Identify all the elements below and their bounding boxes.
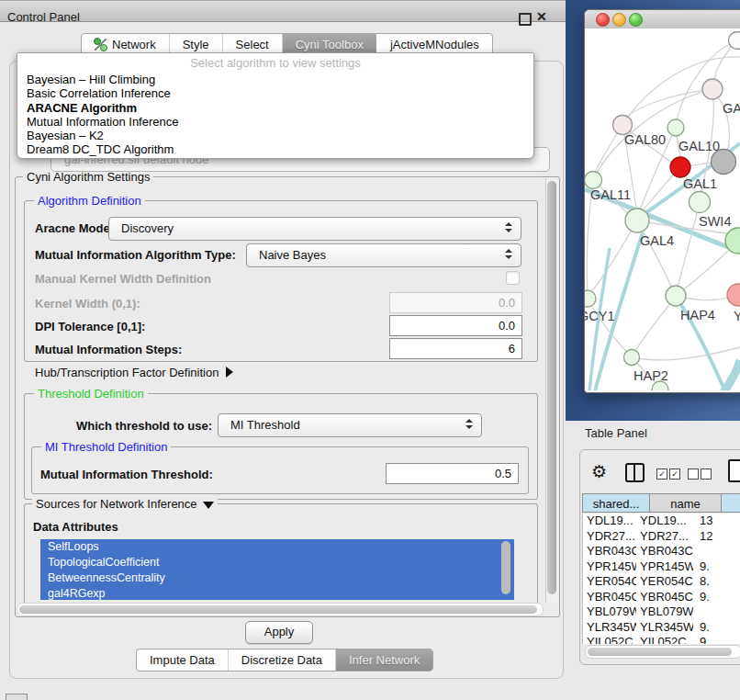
network-node-gal4[interactable] [625,209,649,232]
column-browser-icon[interactable] [625,463,645,482]
bottom-tab-infer-network[interactable]: Infer Network [335,649,432,671]
close-panel-icon[interactable] [536,9,547,24]
node-label-gal10: GAL10 [678,139,720,153]
algorithm-option-basic-correlation-inference[interactable]: Basic Correlation Inference [17,86,533,100]
aracne-mode-select[interactable]: Discovery [108,217,521,241]
algorithm-dropdown: Select algorithm to view settings Bayesi… [17,52,534,159]
zoom-traffic-light[interactable] [629,13,643,27]
data-attribute-topologicalcoefficient[interactable]: TopologicalCoefficient [40,555,514,570]
algorithm-option-bayesian-k2[interactable]: Bayesian – K2 [17,129,533,142]
dpi-tolerance-field[interactable]: 0.0 [389,315,522,336]
bottom-tab-discretize-data[interactable]: Discretize Data [228,649,335,671]
settings-hscrollbar-thumb[interactable] [19,605,537,614]
table-row-3[interactable]: YPR145WYPR145W9. [583,559,740,575]
algorithm-option-aracne-algorithm[interactable]: ARACNE Algorithm [17,101,533,115]
network-node-gal1[interactable] [690,192,711,213]
data-attributes-list[interactable]: SelfLoopsTopologicalCoefficientBetweenne… [40,539,514,600]
data-attribute-gal4rgexp[interactable]: gal4RGexp [40,586,514,600]
settings-scrollbar-thumb[interactable] [547,181,556,594]
settings-scrollbar-track[interactable] [545,178,558,603]
data-attribute-betweennesscentrality[interactable]: BetweennessCentrality [40,570,514,586]
algorithm-option-mutual-information-inference[interactable]: Mutual Information Inference [17,115,533,129]
table-row-5[interactable]: YBR045CYBR045C9. [583,590,740,605]
table-row-8[interactable]: YIL052CYIL052C9 [583,635,740,644]
network-node-y[interactable] [727,284,740,306]
algorithm-option-bayesian-hill-climbing[interactable]: Bayesian – Hill Climbing [17,73,533,86]
which-threshold-label: Which threshold to use: [76,419,212,433]
panel-title: Control Panel [7,10,80,24]
network-node-hap4[interactable] [666,286,686,306]
data-attribute-selfloops[interactable]: SelfLoops [40,539,514,555]
node-label-gal80: GAL80 [624,132,666,147]
kernel-width-field[interactable]: 0.0 [389,292,522,313]
network-node-swi4[interactable] [725,228,740,254]
table-row-7[interactable]: YLR345WYLR345W9. [583,620,740,636]
apply-button[interactable]: Apply [245,621,313,644]
table-hscrollbar-track[interactable] [585,645,740,659]
hub-definition-label: Hub/Transcription Factor Definition [35,366,219,379]
cell: YER054C [583,574,636,590]
column-header-name[interactable]: name [650,493,722,513]
algorithm-dropdown-prompt: Select algorithm to view settings [17,53,533,73]
unchecked-checkbox-icon[interactable] [688,469,699,480]
node-label-hap2: HAP2 [633,368,668,383]
which-threshold-value: MI Threshold [219,414,481,436]
checked-checkbox-icon[interactable]: ✓ [656,469,667,480]
sources-title: Sources for Network Inference [36,497,197,511]
network-icon [95,39,107,51]
cell [693,544,740,559]
mi-threshold-field[interactable]: 0.5 [386,463,519,484]
network-node-0[interactable] [729,32,740,50]
network-window-titlebar[interactable] [585,10,740,29]
network-node-gal10[interactable] [667,119,684,136]
attributes-scrollbar-thumb[interactable] [501,541,510,594]
cell: 9. [693,590,740,605]
mi-algorithm-type-select[interactable]: Naive Bayes [246,243,521,267]
network-node-5[interactable] [712,150,736,175]
hub-definition-expander[interactable]: Hub/Transcription Factor Definition [35,366,233,379]
aracne-mode-value: Discovery [109,218,521,240]
checked-checkbox-icon[interactable]: ✓ [669,469,680,480]
manual-kernel-width-label: Manual Kernel Width Definition [35,272,211,286]
table-hscrollbar-thumb[interactable] [588,648,732,656]
mi-steps-field[interactable]: 6 [389,338,522,359]
which-threshold-select[interactable]: MI Threshold [218,413,482,437]
bottom-tab-impute-data[interactable]: Impute Data [137,649,228,671]
gear-icon[interactable] [591,461,607,482]
cell: 8. [693,574,740,590]
cell: 12 [693,529,740,545]
network-node-gal[interactable] [702,79,723,99]
sources-collapse-toggle[interactable]: Sources for Network Inference [32,497,218,511]
network-canvas[interactable]: GALGAL80GAL10GAL1GAL11SWI4GAL4GCY1HAP4YH… [585,28,740,390]
close-traffic-light[interactable] [596,13,610,27]
table-row-0[interactable]: YDL19...YDL19...13 [583,514,740,529]
new-table-icon[interactable] [728,459,740,482]
kernel-width-label: Kernel Width (0,1): [35,297,140,310]
spinner-arrows-icon [505,222,512,232]
cell: 9 [693,635,740,644]
float-panel-icon[interactable] [519,13,532,26]
unchecked-checkbox-icon[interactable] [701,469,712,480]
column-header-shared[interactable]: shared... [582,493,650,513]
settings-hscrollbar-track[interactable] [17,603,544,616]
collapsed-panel-button[interactable] [6,694,28,700]
settings-group-title: Cyni Algorithm Settings [23,170,153,184]
minimize-traffic-light[interactable] [612,13,626,27]
table-header: shared...name [582,493,740,513]
node-label-gal: GAL [723,101,740,116]
manual-kernel-width-checkbox[interactable] [506,271,520,285]
cell: YBR045C [583,590,636,605]
network-node-gal11[interactable] [585,172,602,189]
algorithm-option-dream8-dc-tdc-algorithm[interactable]: Dream8 DC_TDC Algorithm [17,142,533,156]
table-row-4[interactable]: YER054CYER054C8. [583,574,740,590]
network-node-gcy1[interactable] [585,290,596,307]
algorithm-definition-title: Algorithm Definition [34,194,145,208]
network-node-hap2[interactable] [624,350,640,366]
table-row-6[interactable]: YBL079WYBL079W [583,604,740,620]
table-row-2[interactable]: YBR043CYBR043C [583,544,740,559]
network-node-4[interactable] [670,157,690,177]
expand-right-icon [226,367,233,378]
column-header-2[interactable] [722,493,740,513]
cell: YBR045C [636,590,693,605]
table-row-1[interactable]: YDR27...YDR27...12 [583,529,740,545]
